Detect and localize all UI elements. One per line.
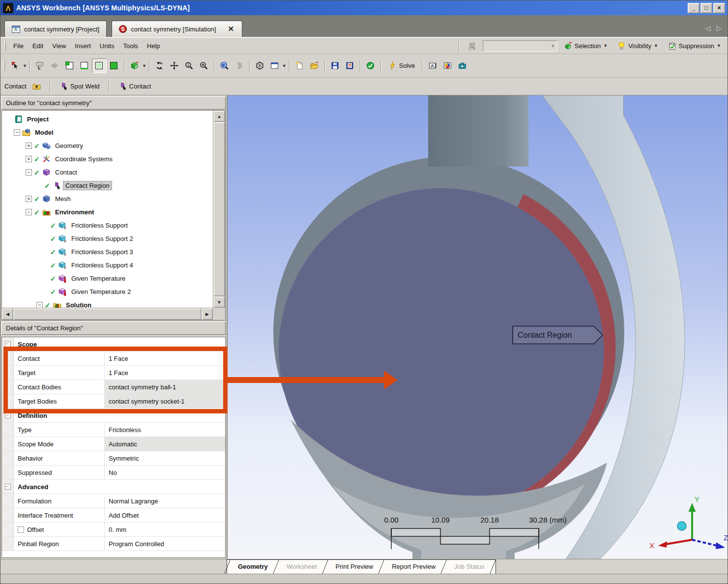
new-file-icon[interactable] <box>292 58 307 73</box>
edge-select-icon[interactable] <box>77 58 92 73</box>
tab-simulation[interactable]: S contact symmetry [Simulation] ✕ <box>112 21 242 37</box>
maximize-icon[interactable]: □ <box>700 3 712 13</box>
close-icon[interactable]: × <box>713 3 725 13</box>
tab-close-icon[interactable]: ✕ <box>227 25 235 33</box>
tree-item-label[interactable]: Geometry <box>53 141 86 150</box>
menu-file[interactable]: File <box>9 40 28 52</box>
scroll-down-icon[interactable]: ▼ <box>213 296 225 308</box>
tree-item-frictionless-support-4[interactable]: ✓ Frictionless Support 4 <box>2 259 225 272</box>
tree-item-label[interactable]: Project <box>25 115 51 124</box>
geometry-viewport[interactable]: Contact Region 0.00 10.09 20.18 30.28 (m… <box>228 95 728 559</box>
scroll-right-icon[interactable]: ▶ <box>202 308 213 320</box>
save-project-icon[interactable] <box>343 58 357 73</box>
text-annotation-icon[interactable] <box>425 58 440 73</box>
details-value[interactable]: Add Offset <box>105 508 225 522</box>
tree-item-frictionless-support[interactable]: ✓ Frictionless Support <box>2 219 225 232</box>
solve-button[interactable]: Solve <box>384 59 420 72</box>
collapse-expander-icon[interactable]: − <box>26 209 32 215</box>
pan-icon[interactable] <box>167 58 182 73</box>
expand-expander-icon[interactable]: + <box>26 156 32 162</box>
zoom-to-fit-icon[interactable] <box>217 58 232 73</box>
details-value[interactable]: 1 Face <box>105 351 225 365</box>
details-value[interactable]: 0. mm <box>105 523 225 536</box>
spot-weld-button[interactable]: Spot Weld <box>56 80 103 92</box>
contact-button[interactable]: Contact <box>115 80 155 92</box>
tree-horizontal-scrollbar[interactable]: ◀ ▶ <box>2 308 213 320</box>
tree-item-mesh[interactable]: + ✓ Mesh <box>2 192 225 205</box>
check-status-icon[interactable] <box>363 58 378 73</box>
body-select-icon[interactable] <box>107 58 121 73</box>
tree-item-label[interactable]: Frictionless Support 4 <box>69 261 136 270</box>
vertex-select-icon[interactable] <box>62 58 77 73</box>
extend-selection-icon[interactable] <box>127 58 142 73</box>
tree-item-model[interactable]: − Model <box>2 126 225 139</box>
tab-nav-arrows-icon[interactable]: ◁ ▷ <box>705 24 724 37</box>
zoom-in-icon[interactable] <box>197 58 211 73</box>
menu-units[interactable]: Units <box>95 40 119 52</box>
tree-item-label[interactable]: Contact Region <box>63 181 112 190</box>
tab-report-preview[interactable]: Report Preview <box>384 560 443 574</box>
wireframe-icon[interactable] <box>253 58 267 73</box>
named-selection-combobox[interactable]: ▼ <box>483 40 557 52</box>
tree-item-label[interactable]: Environment <box>53 207 96 217</box>
tree-item-label[interactable]: Contact <box>53 168 80 177</box>
tree-item-label[interactable]: Given Temperature 2 <box>69 287 133 296</box>
menu-edit[interactable]: Edit <box>28 40 48 52</box>
collapse-section-icon[interactable]: − <box>5 341 11 347</box>
rotate-icon[interactable] <box>152 58 167 73</box>
expand-expander-icon[interactable]: + <box>26 143 32 149</box>
tree-item-contact[interactable]: − ✓ Contact <box>2 166 225 179</box>
collapse-section-icon[interactable]: − <box>5 484 11 490</box>
details-value[interactable]: No <box>105 466 225 479</box>
minimize-icon[interactable]: _ <box>688 3 699 13</box>
image-icon[interactable] <box>440 58 455 73</box>
open-file-icon[interactable] <box>307 58 322 73</box>
tree-item-label[interactable]: Frictionless Support 2 <box>69 234 136 243</box>
expand-expander-icon[interactable]: + <box>26 196 32 202</box>
details-value[interactable]: Program Controlled <box>105 537 225 551</box>
tab-print-preview[interactable]: Print Preview <box>328 560 381 574</box>
tree-item-frictionless-support-3[interactable]: ✓ Frictionless Support 3 <box>2 245 225 259</box>
scroll-up-icon[interactable]: ▲ <box>213 111 225 122</box>
tree-item-given-temperature-2[interactable]: ✓ Given Temperature 2 <box>2 285 225 298</box>
collapse-expander-icon[interactable]: − <box>14 129 20 136</box>
tab-project[interactable]: contact symmetry [Project] <box>4 21 107 37</box>
scrollbar-thumb[interactable] <box>213 122 225 296</box>
tree-item-label[interactable]: Mesh <box>53 194 73 204</box>
viewports-icon[interactable] <box>267 58 282 73</box>
scroll-left-icon[interactable]: ◀ <box>2 308 13 320</box>
go-up-folder-icon[interactable] <box>29 79 44 94</box>
select-cursor-icon[interactable] <box>8 58 23 73</box>
collapse-section-icon[interactable]: − <box>5 412 11 418</box>
tree-item-label[interactable]: Given Temperature <box>69 274 128 283</box>
details-value[interactable]: Normal Lagrange <box>105 494 225 508</box>
previous-view-icon[interactable] <box>232 58 247 73</box>
selection-dropdown[interactable]: Selection ▼ <box>560 40 611 52</box>
tree-item-label[interactable]: Frictionless Support 3 <box>69 247 136 257</box>
chevron-down-icon[interactable]: ▼ <box>282 63 287 68</box>
tree-item-geometry[interactable]: + ✓ Geometry <box>2 139 225 152</box>
tree-item-environment[interactable]: − ✓ Environment <box>2 205 225 219</box>
tree-item-label[interactable]: Coordinate Systems <box>53 154 115 164</box>
tab-geometry[interactable]: Geometry <box>230 560 276 574</box>
menu-tools[interactable]: Tools <box>118 40 142 52</box>
suppression-dropdown[interactable]: Suppression ▼ <box>665 40 725 52</box>
details-value[interactable]: Frictionless <box>105 423 225 437</box>
chevron-down-icon[interactable]: ▼ <box>142 63 146 68</box>
menu-insert[interactable]: Insert <box>70 40 95 52</box>
tree-item-label[interactable]: Frictionless Support <box>69 221 130 230</box>
tree-item-coordinate-systems[interactable]: + ✓ Coordinate Systems <box>2 152 225 166</box>
contact-region-annotation[interactable]: Contact Region <box>513 326 603 344</box>
tree-vertical-scrollbar[interactable]: ▲ ▼ <box>213 111 225 308</box>
tree-item-frictionless-support-2[interactable]: ✓ Frictionless Support 2 <box>2 232 225 245</box>
menu-view[interactable]: View <box>48 40 70 52</box>
zoom-box-icon[interactable] <box>182 58 197 73</box>
details-value[interactable]: 1 Face <box>105 366 225 380</box>
menu-help[interactable]: Help <box>143 40 165 52</box>
collapse-expander-icon[interactable]: − <box>26 169 32 175</box>
scrollbar-thumb[interactable] <box>13 308 202 320</box>
adjacent-select-icon[interactable] <box>48 58 62 73</box>
chevron-down-icon[interactable]: ▼ <box>23 63 27 68</box>
named-selection-group-icon[interactable] <box>465 38 480 53</box>
offset-checkbox[interactable] <box>18 526 24 533</box>
